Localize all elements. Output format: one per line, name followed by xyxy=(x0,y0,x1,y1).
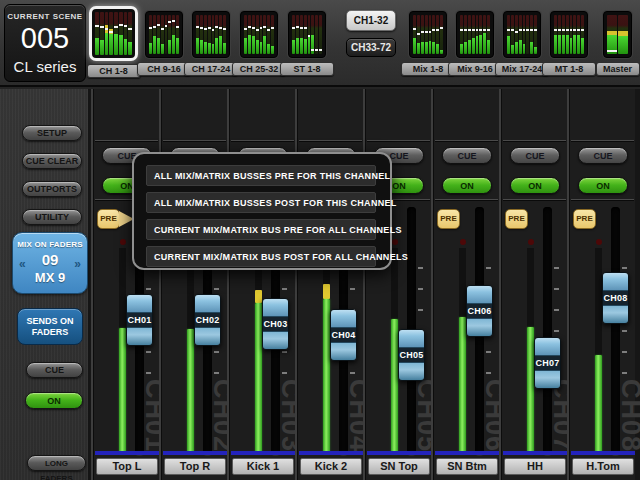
meter-fill xyxy=(168,40,171,54)
channel-name-ch05[interactable]: SN Top xyxy=(368,458,430,475)
meter-block-mix-17-24[interactable]: Mix 17-24 xyxy=(503,0,541,87)
bank-button-ch1-32[interactable]: CH1-32 xyxy=(346,10,396,31)
channel-name-ch02[interactable]: Top R xyxy=(164,458,226,475)
clip-led xyxy=(120,239,126,245)
fader-scale-tick xyxy=(554,330,559,332)
meter-fill xyxy=(566,35,569,54)
popup-item-1[interactable]: ALL MIX/MATRIX BUSSES PRE FOR THIS CHANN… xyxy=(146,165,376,186)
meter-box-st-1-8[interactable] xyxy=(288,11,326,58)
meter-block-label-master[interactable]: Master xyxy=(596,62,640,76)
fader-cap-ch06[interactable]: CH06 xyxy=(466,285,493,337)
sidebar-button-utility[interactable]: UTILITY xyxy=(22,209,82,225)
sidebar-cue-button[interactable]: CUE xyxy=(26,362,83,378)
meter-block-label-ch-9-16[interactable]: CH 9-16 xyxy=(137,62,191,76)
meter-block-label-mix-9-16[interactable]: Mix 9-16 xyxy=(448,62,502,76)
fader-position-mark xyxy=(196,26,199,28)
fader-position-mark xyxy=(530,29,533,31)
meter-box-ch-9-16[interactable] xyxy=(145,11,183,58)
meter-fill xyxy=(176,38,179,54)
meter-block-master[interactable]: Master xyxy=(603,0,632,87)
meter-box-ch-25-32[interactable] xyxy=(240,11,278,58)
meter-box-mt-1-8[interactable] xyxy=(550,11,588,58)
fader-cap-label: CH02 xyxy=(195,313,220,327)
fader-cap-ch02[interactable]: CH02 xyxy=(194,294,221,346)
channel-name-ch04[interactable]: Kick 2 xyxy=(300,458,362,475)
channel-meter-fill xyxy=(595,355,602,454)
meter-box-master[interactable] xyxy=(603,11,632,58)
fader-position-mark xyxy=(311,49,314,51)
sends-on-faders-button[interactable]: SENDS ONFADERS xyxy=(17,308,83,345)
fader-cap-ch07[interactable]: CH07 xyxy=(534,337,561,389)
pre-button-ch08[interactable]: PRE xyxy=(573,209,596,229)
fader-cap-ch01[interactable]: CH01 xyxy=(126,294,153,346)
popup-item-3[interactable]: CURRENT MIX/MATRIX BUS PRE FOR ALL CHANN… xyxy=(146,219,376,240)
mix-next-icon[interactable]: » xyxy=(74,257,81,271)
fader-scale-tick xyxy=(282,372,287,374)
mix-prev-icon[interactable]: « xyxy=(19,257,26,271)
on-button-ch06[interactable]: ON xyxy=(442,177,492,194)
sidebar-on-button[interactable]: ON xyxy=(25,392,83,409)
meter-block-label-ch-25-32[interactable]: CH 25-32 xyxy=(232,62,286,76)
sidebar-button-cue-clear[interactable]: CUE CLEAR xyxy=(22,153,82,169)
popup-item-4[interactable]: CURRENT MIX/MATRIX BUS POST FOR ALL CHAN… xyxy=(146,246,376,267)
meter-fill xyxy=(296,38,299,54)
cue-button-ch08[interactable]: CUE xyxy=(578,147,628,164)
meter-box-mix-1-8[interactable] xyxy=(409,11,447,58)
meter-block-st-1-8[interactable]: ST 1-8 xyxy=(288,0,326,87)
meter-bar xyxy=(248,15,251,54)
meter-fill xyxy=(511,45,514,54)
fader-cap-ch04[interactable]: CH04 xyxy=(330,309,357,361)
meter-block-label-mix-1-8[interactable]: Mix 1-8 xyxy=(401,62,455,76)
cue-button-ch06[interactable]: CUE xyxy=(442,147,492,164)
meter-block-label-ch-1-8[interactable]: CH 1-8 xyxy=(87,64,141,78)
meter-block-label-st-1-8[interactable]: ST 1-8 xyxy=(280,62,334,76)
strip-divider xyxy=(299,140,362,141)
meter-box-ch-1-8[interactable] xyxy=(89,6,138,61)
sidebar-button-setup[interactable]: SETUP xyxy=(22,125,82,141)
fader-cap-ch05[interactable]: CH05 xyxy=(398,329,425,381)
fader-cap-ch08[interactable]: CH08 xyxy=(602,272,629,324)
fader-position-mark xyxy=(292,27,295,29)
fader-scale-tick xyxy=(214,288,219,290)
popup-item-2[interactable]: ALL MIX/MATRIX BUSSES POST FOR THIS CHAN… xyxy=(146,192,376,213)
pre-button-ch06[interactable]: PRE xyxy=(437,209,460,229)
meter-block-ch-25-32[interactable]: CH 25-32 xyxy=(240,0,278,87)
channel-name-ch07[interactable]: HH xyxy=(504,458,566,475)
meter-fill xyxy=(271,46,274,54)
mix-on-faders-selector[interactable]: MIX ON FADERS 09 MX 9 « » xyxy=(12,232,88,294)
meter-block-mix-9-16[interactable]: Mix 9-16 xyxy=(456,0,494,87)
channel-color-bar xyxy=(435,451,499,455)
long-faders-button[interactable]: LONG FADERS xyxy=(27,455,86,471)
current-scene-panel[interactable]: CURRENT SCENE 005 CL series xyxy=(4,4,86,82)
channel-name-ch01[interactable]: Top L xyxy=(96,458,158,475)
fader-scale-tick xyxy=(350,288,355,290)
meter-block-label-mix-17-24[interactable]: Mix 17-24 xyxy=(495,62,549,76)
channel-name-ch03[interactable]: Kick 1 xyxy=(232,458,294,475)
meter-block-mt-1-8[interactable]: MT 1-8 xyxy=(550,0,588,87)
pre-button-ch07[interactable]: PRE xyxy=(505,209,528,229)
meter-block-label-mt-1-8[interactable]: MT 1-8 xyxy=(542,62,596,76)
fader-cap-top xyxy=(263,299,288,317)
on-button-ch07[interactable]: ON xyxy=(510,177,560,194)
cue-button-ch07[interactable]: CUE xyxy=(510,147,560,164)
meter-block-mix-1-8[interactable]: Mix 1-8 xyxy=(409,0,447,87)
meter-block-ch-9-16[interactable]: CH 9-16 xyxy=(145,0,183,87)
meter-box-ch-17-24[interactable] xyxy=(192,11,230,58)
meter-block-ch-1-8[interactable]: CH 1-8 xyxy=(89,0,138,87)
meter-box-mix-17-24[interactable] xyxy=(503,11,541,58)
channel-name-ch08[interactable]: H.Tom xyxy=(572,458,634,475)
meter-block-label-ch-17-24[interactable]: CH 17-24 xyxy=(184,62,238,76)
fader-cap-ch03[interactable]: CH03 xyxy=(262,298,289,350)
meter-box-mix-9-16[interactable] xyxy=(456,11,494,58)
meter-bar xyxy=(292,15,295,54)
pre-button-ch01[interactable]: PRE xyxy=(97,209,120,229)
meter-bar xyxy=(534,15,537,54)
channel-name-ch06[interactable]: SN Btm xyxy=(436,458,498,475)
meter-fill xyxy=(109,34,113,55)
meter-block-ch-17-24[interactable]: CH 17-24 xyxy=(192,0,230,87)
on-button-ch08[interactable]: ON xyxy=(578,177,628,194)
fader-position-mark xyxy=(105,28,109,30)
fader-cap-label: CH07 xyxy=(535,356,560,370)
sidebar-button-outports[interactable]: OUTPORTS xyxy=(22,181,82,197)
bank-button-ch33-72[interactable]: CH33-72 xyxy=(346,38,396,57)
